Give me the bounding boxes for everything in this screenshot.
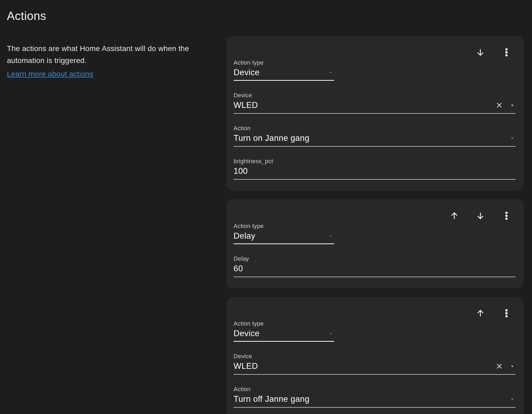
device-value: WLED xyxy=(234,361,258,371)
card-toolbar xyxy=(448,209,513,222)
delay-value: 60 xyxy=(234,264,243,273)
learn-more-link[interactable]: Learn more about actions xyxy=(7,68,93,80)
action-type-select[interactable]: Action type Delay xyxy=(234,223,334,244)
brightness-field[interactable]: brightness_pct 100 xyxy=(234,158,516,180)
action-type-label: Action type xyxy=(234,59,334,66)
device-picker[interactable]: Device WLED xyxy=(234,353,516,375)
action-card-device-off: Action type Device Device WLED Action Tu… xyxy=(226,297,524,414)
actions-description: The actions are what Home Assistant will… xyxy=(7,43,212,80)
action-picker[interactable]: Action Turn off Janne gang xyxy=(234,386,516,408)
action-type-value: Delay xyxy=(234,231,255,241)
card-toolbar xyxy=(474,46,513,59)
move-down-button[interactable] xyxy=(474,46,487,59)
action-label: Action xyxy=(234,125,516,132)
action-card-delay: Action type Delay Delay 60 xyxy=(226,199,524,288)
card-toolbar xyxy=(474,307,513,320)
action-type-value: Device xyxy=(234,68,260,77)
action-card-device-on: Action type Device Device WLED Action Tu… xyxy=(226,36,524,191)
overflow-menu-button[interactable] xyxy=(500,46,513,59)
move-up-button[interactable] xyxy=(448,209,461,222)
delay-field[interactable]: Delay 60 xyxy=(234,255,516,277)
dropdown-arrow-icon[interactable] xyxy=(509,396,516,402)
action-picker[interactable]: Action Turn on Janne gang xyxy=(234,125,516,147)
description-line-1: The actions are what Home Assistant will… xyxy=(7,43,212,54)
overflow-menu-button[interactable] xyxy=(500,209,513,222)
move-up-button[interactable] xyxy=(474,307,487,320)
select-dropdown-icon[interactable] xyxy=(327,233,334,239)
brightness-label: brightness_pct xyxy=(234,158,516,165)
clear-icon[interactable] xyxy=(495,362,504,371)
action-type-select[interactable]: Action type Device xyxy=(234,320,334,342)
dropdown-arrow-icon[interactable] xyxy=(509,363,516,369)
clear-icon[interactable] xyxy=(495,101,504,110)
device-label: Device xyxy=(234,353,516,360)
action-type-value: Device xyxy=(234,329,260,338)
action-type-label: Action type xyxy=(234,320,334,327)
overflow-menu-button[interactable] xyxy=(500,307,513,320)
action-type-label: Action type xyxy=(234,223,334,230)
select-dropdown-icon[interactable] xyxy=(327,69,334,76)
device-label: Device xyxy=(234,92,516,99)
device-picker[interactable]: Device WLED xyxy=(234,92,516,114)
delay-label: Delay xyxy=(234,255,516,262)
action-value: Turn off Janne gang xyxy=(234,394,309,404)
dropdown-arrow-icon[interactable] xyxy=(509,102,516,108)
move-down-button[interactable] xyxy=(474,209,487,222)
description-line-2: automation is triggered. xyxy=(7,54,212,66)
select-dropdown-icon[interactable] xyxy=(327,330,334,337)
action-label: Action xyxy=(234,386,516,393)
page-title: Actions xyxy=(7,9,46,23)
device-value: WLED xyxy=(234,100,258,110)
actions-list: Action type Device Device WLED Action Tu… xyxy=(226,36,524,414)
brightness-value: 100 xyxy=(234,166,248,176)
dropdown-arrow-icon[interactable] xyxy=(509,135,516,141)
action-type-select[interactable]: Action type Device xyxy=(234,59,334,81)
action-value: Turn on Janne gang xyxy=(234,133,309,143)
